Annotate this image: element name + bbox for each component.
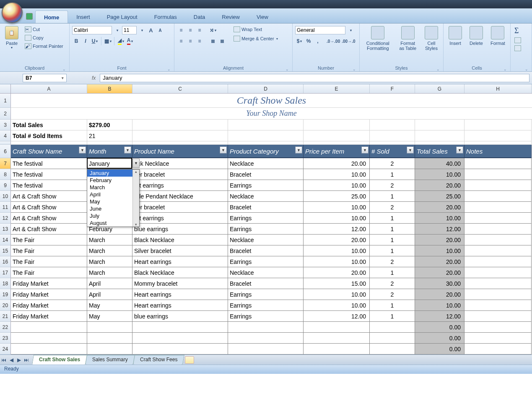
col-header-F[interactable]: F	[370, 84, 415, 93]
cut-button[interactable]: ✂Cut	[23, 26, 65, 33]
formula-input[interactable]	[100, 74, 529, 82]
cell[interactable]	[228, 130, 304, 141]
cell-total[interactable]: 20.00	[415, 256, 465, 267]
cell-total[interactable]: 0.00	[415, 322, 465, 333]
filter-button[interactable]: ▼	[295, 146, 302, 154]
cell-price[interactable]: 20.00	[304, 267, 370, 278]
cell-product[interactable]: art earrings	[132, 213, 228, 224]
cell-sold[interactable]: 1	[370, 245, 415, 256]
cell-total[interactable]: 0.00	[415, 333, 465, 344]
cell-notes[interactable]	[465, 213, 532, 224]
cell-price[interactable]: 10.00	[304, 289, 370, 300]
tab-insert[interactable]: Insert	[68, 10, 99, 23]
cell-category[interactable]: Bracelet	[228, 245, 304, 256]
cell-sold[interactable]: 1	[370, 267, 415, 278]
cell-price[interactable]: 10.00	[304, 245, 370, 256]
cell-notes[interactable]	[465, 344, 532, 355]
row-header[interactable]: 7	[0, 158, 11, 169]
decrease-decimal-button[interactable]: .00→.0	[341, 37, 356, 45]
row-header[interactable]	[0, 141, 11, 145]
grow-font-button[interactable]: A	[147, 26, 155, 34]
cell-dropdown-button[interactable]: ▼	[132, 159, 140, 168]
cell-show[interactable]: Art & Craft Show	[11, 224, 87, 235]
cell-show[interactable]: Friday Market	[11, 278, 87, 289]
col-header-B[interactable]: B	[87, 84, 132, 93]
tab-data[interactable]: Data	[185, 10, 213, 23]
col-header-C[interactable]: C	[132, 84, 228, 93]
cell-month[interactable]: January	[87, 158, 132, 169]
cell-show[interactable]: The festival	[11, 158, 87, 169]
insert-cells-button[interactable]: Insert	[446, 24, 465, 47]
cell-show[interactable]: Friday Market	[11, 311, 87, 322]
cell-sold[interactable]: 1	[370, 300, 415, 311]
cell[interactable]	[304, 141, 370, 145]
cell-product[interactable]	[132, 322, 228, 333]
total-sales-value[interactable]: $279.00	[87, 120, 132, 130]
increase-indent-button[interactable]: ≣	[218, 37, 226, 45]
cell-sold[interactable]	[370, 344, 415, 355]
cell-category[interactable]: Earrings	[228, 213, 304, 224]
sheet-tab[interactable]: Craft Show Sales	[32, 355, 87, 365]
cell-category[interactable]: Earrings	[228, 311, 304, 322]
cell-price[interactable]	[304, 344, 370, 355]
align-middle-button[interactable]: ≡	[186, 26, 195, 34]
cell-show[interactable]: The Fair	[11, 256, 87, 267]
cell-notes[interactable]	[465, 311, 532, 322]
filter-button[interactable]: ▼	[407, 146, 414, 154]
cell-show[interactable]: The festival	[11, 169, 87, 180]
cell-month[interactable]: May	[87, 311, 132, 322]
cell-product[interactable]	[132, 344, 228, 355]
font-size-dd-icon[interactable]	[138, 26, 146, 34]
cell-sold[interactable]: 2	[370, 202, 415, 213]
cell-category[interactable]: Necklace	[228, 191, 304, 202]
delete-cells-button[interactable]: Delete	[467, 24, 485, 47]
row-header[interactable]: 12	[0, 213, 11, 224]
cell-total[interactable]: 30.00	[415, 278, 465, 289]
table-header[interactable]: Product Category▼	[228, 145, 304, 158]
row-header[interactable]: 17	[0, 267, 11, 278]
cell-product[interactable]	[132, 333, 228, 344]
cell-notes[interactable]	[465, 256, 532, 267]
table-header[interactable]: Month▼	[87, 145, 132, 158]
cell[interactable]	[132, 130, 228, 141]
cell[interactable]	[228, 141, 304, 145]
table-header[interactable]: Total Sales▼	[415, 145, 465, 158]
cell-total[interactable]: 10.00	[415, 169, 465, 180]
row-header[interactable]: 6	[0, 145, 11, 158]
cell-show[interactable]: Art & Craft Show	[11, 191, 87, 202]
cell-notes[interactable]	[465, 333, 532, 344]
cell-category[interactable]: Earrings	[228, 300, 304, 311]
cell-notes[interactable]	[465, 224, 532, 235]
row-header[interactable]: 1	[0, 94, 11, 108]
cell[interactable]	[465, 120, 532, 130]
cell-notes[interactable]	[465, 158, 532, 169]
fill-button[interactable]	[513, 37, 522, 44]
autosum-button[interactable]: Σ	[513, 26, 520, 36]
cell-sold[interactable]: 1	[370, 169, 415, 180]
cell-show[interactable]: Friday Market	[11, 289, 87, 300]
cell-notes[interactable]	[465, 202, 532, 213]
cell-notes[interactable]	[465, 169, 532, 180]
decrease-indent-button[interactable]: ≣	[209, 37, 217, 45]
row-header[interactable]: 20	[0, 300, 11, 311]
cell-category[interactable]: Bracelet	[228, 202, 304, 213]
cell-product[interactable]: blue earrings	[132, 224, 228, 235]
cell-price[interactable]: 10.00	[304, 180, 370, 191]
tab-home[interactable]: Home	[35, 10, 68, 23]
cell[interactable]	[228, 120, 304, 130]
table-header[interactable]: Craft Show Name▼	[11, 145, 87, 158]
cell-price[interactable]: 10.00	[304, 213, 370, 224]
row-header[interactable]: 19	[0, 289, 11, 300]
cell-category[interactable]: Earrings	[228, 256, 304, 267]
cell-total[interactable]: 10.00	[415, 245, 465, 256]
cell-show[interactable]: Friday Market	[11, 300, 87, 311]
cell-sold[interactable]: 2	[370, 158, 415, 169]
font-size-select[interactable]	[122, 26, 137, 34]
format-as-table-button[interactable]: Format as Table	[396, 24, 420, 52]
cell[interactable]	[304, 130, 370, 141]
cell-product[interactable]: Mommy bracelet	[132, 278, 228, 289]
cell-month[interactable]	[87, 344, 132, 355]
row-header[interactable]: 8	[0, 169, 11, 180]
row-header[interactable]: 24	[0, 344, 11, 355]
row-header[interactable]: 22	[0, 322, 11, 333]
